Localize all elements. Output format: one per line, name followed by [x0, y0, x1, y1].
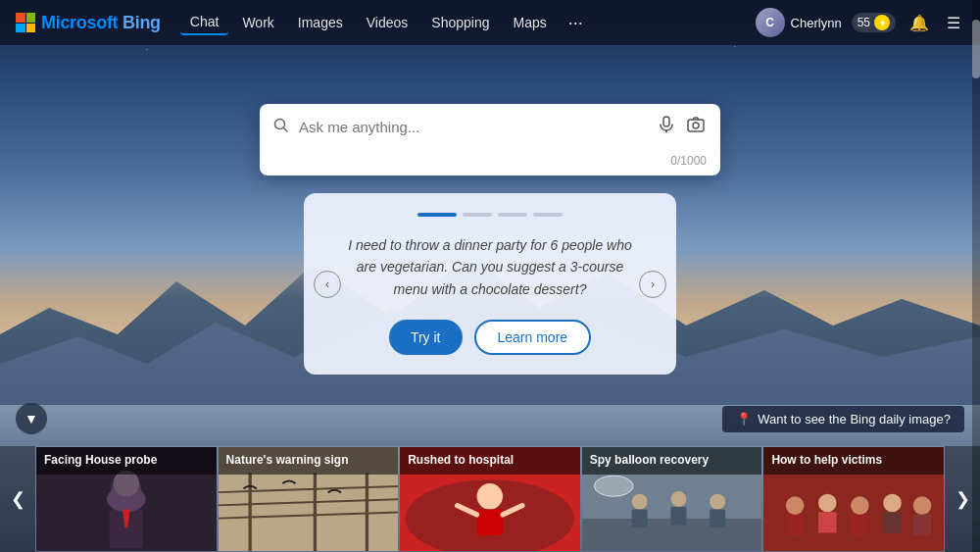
- carousel-container: ‹ I need to throw a dinner party for 6 p…: [304, 193, 676, 375]
- svg-point-10: [114, 471, 140, 497]
- microphone-button[interactable]: [656, 114, 677, 140]
- ms-logo-blue: [16, 24, 25, 33]
- menu-icon[interactable]: ☰: [943, 10, 964, 36]
- svg-rect-38: [818, 512, 837, 532]
- svg-point-27: [632, 494, 648, 510]
- carousel-buttons: Try it Learn more: [343, 320, 637, 355]
- carousel-prompt-text: I need to throw a dinner party for 6 peo…: [343, 234, 637, 300]
- news-card-title: Spy balloon recovery: [582, 447, 762, 475]
- news-card[interactable]: Spy balloon recovery: [581, 446, 763, 552]
- svg-rect-30: [670, 507, 686, 526]
- news-card[interactable]: How to help victims: [762, 446, 945, 552]
- carousel-dot-1[interactable]: [417, 213, 457, 217]
- svg-point-41: [884, 494, 903, 513]
- svg-rect-42: [884, 512, 903, 532]
- svg-point-33: [594, 476, 633, 496]
- news-card[interactable]: Facing House probe: [35, 446, 218, 552]
- points-value: 55: [858, 16, 870, 29]
- svg-point-21: [477, 483, 504, 509]
- search-input-row: [260, 104, 720, 150]
- news-cards: Facing House probe: [35, 446, 945, 552]
- notification-bell[interactable]: 🔔: [906, 10, 933, 36]
- brand-bing: Bing: [122, 13, 161, 32]
- nav-videos[interactable]: Videos: [357, 11, 418, 34]
- svg-point-5: [693, 123, 699, 128]
- search-actions: [656, 114, 707, 140]
- try-it-button[interactable]: Try it: [389, 320, 463, 355]
- news-card[interactable]: Nature's warning sign: [218, 446, 400, 552]
- nav-work[interactable]: Work: [232, 11, 283, 34]
- location-icon: 📍: [736, 412, 752, 427]
- news-card-title: Facing House probe: [36, 447, 217, 475]
- nav-chat[interactable]: Chat: [180, 10, 229, 35]
- nav-images[interactable]: Images: [288, 11, 353, 34]
- bottom-controls: ▼ 📍 Want to see the Bing daily image?: [0, 395, 980, 442]
- brand-logo[interactable]: Microsoft Bing: [16, 13, 161, 33]
- navbar: Microsoft Bing Chat Work Images Videos S…: [0, 0, 980, 45]
- svg-point-29: [670, 491, 686, 507]
- svg-rect-2: [663, 117, 669, 126]
- search-counter: 0/1000: [260, 150, 720, 176]
- nav-maps[interactable]: Maps: [503, 11, 556, 34]
- svg-rect-28: [632, 510, 648, 528]
- search-icon: [273, 118, 289, 137]
- news-card-title: Nature's warning sign: [219, 447, 399, 475]
- user-name: Cherlynn: [791, 16, 842, 30]
- ms-logo-yellow: [26, 24, 36, 33]
- search-input[interactable]: [299, 119, 646, 135]
- carousel-dot-3[interactable]: [498, 213, 527, 217]
- main-content: 0/1000 ‹ I need to throw a dinner party …: [0, 45, 980, 375]
- svg-rect-32: [710, 510, 725, 528]
- svg-rect-4: [688, 120, 704, 131]
- avatar: C: [756, 8, 785, 37]
- nav-more-button[interactable]: ···: [561, 9, 591, 37]
- news-prev-button[interactable]: ❮: [0, 446, 35, 552]
- collapse-icon: ▼: [24, 411, 38, 427]
- news-card-title: How to help victims: [763, 447, 944, 475]
- brand-text: Microsoft Bing: [41, 13, 161, 33]
- user-profile[interactable]: C Cherlynn: [756, 8, 842, 37]
- nav-shopping[interactable]: Shopping: [421, 11, 499, 34]
- svg-line-1: [284, 127, 288, 131]
- search-container: 0/1000: [260, 104, 720, 176]
- svg-point-37: [818, 494, 837, 513]
- daily-image-label: Want to see the Bing daily image?: [758, 412, 951, 427]
- scrollbar[interactable]: [972, 0, 980, 552]
- reward-icon: ★: [874, 15, 890, 30]
- svg-point-43: [913, 496, 932, 515]
- nav-links: Chat Work Images Videos Shopping Maps ··…: [180, 9, 756, 37]
- carousel-dot-2[interactable]: [463, 213, 492, 217]
- bottom-area: ▼ 📍 Want to see the Bing daily image? ❮: [0, 395, 980, 552]
- carousel-dot-4[interactable]: [533, 213, 563, 217]
- svg-rect-36: [786, 515, 805, 535]
- ms-logo-red: [16, 13, 25, 23]
- camera-button[interactable]: [685, 114, 707, 140]
- carousel-next-button[interactable]: ›: [639, 271, 666, 298]
- svg-point-35: [786, 496, 805, 515]
- daily-image-button[interactable]: 📍 Want to see the Bing daily image?: [722, 406, 964, 432]
- ms-logo-green: [26, 13, 36, 23]
- scrollbar-thumb[interactable]: [972, 20, 980, 78]
- carousel-prev-button[interactable]: ‹: [314, 271, 341, 298]
- learn-more-button[interactable]: Learn more: [474, 320, 592, 355]
- svg-rect-44: [913, 515, 932, 535]
- news-card-title: Rushed to hospital: [400, 447, 580, 475]
- news-strip: ❮ Facing House probe: [0, 446, 980, 552]
- collapse-button[interactable]: ▼: [16, 403, 47, 434]
- brand-microsoft: Microsoft: [41, 13, 122, 32]
- points-badge[interactable]: 55 ★: [852, 13, 896, 32]
- svg-point-31: [710, 494, 725, 510]
- carousel-dots: [343, 213, 637, 217]
- svg-rect-22: [477, 510, 504, 536]
- microsoft-logo: [16, 13, 35, 32]
- svg-point-39: [852, 496, 870, 515]
- svg-rect-40: [852, 515, 870, 535]
- news-card[interactable]: Rushed to hospital: [399, 446, 581, 552]
- navbar-right: C Cherlynn 55 ★ 🔔 ☰: [756, 8, 964, 37]
